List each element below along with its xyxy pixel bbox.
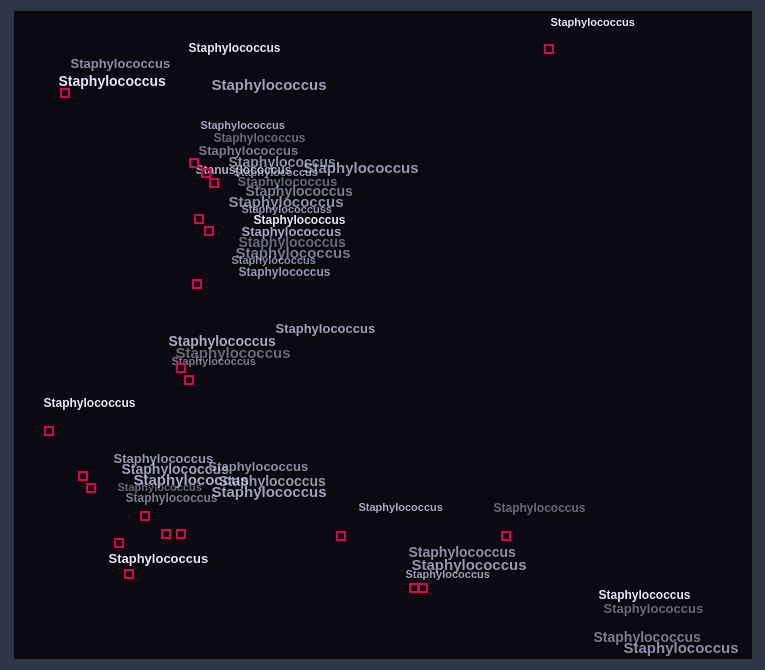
cluster-label: Staphylococcus bbox=[304, 159, 419, 176]
detection-marker bbox=[140, 511, 150, 521]
cluster-label: Staphylococcus bbox=[109, 551, 209, 566]
detection-marker bbox=[189, 158, 199, 168]
cluster-label: Staphylococcus bbox=[624, 639, 739, 656]
detection-marker bbox=[124, 569, 134, 579]
cluster-label: Staphylococcus bbox=[232, 254, 316, 266]
cluster-label: Staphylococcus bbox=[71, 56, 171, 71]
detection-marker bbox=[544, 44, 554, 54]
detection-marker bbox=[114, 538, 124, 548]
cluster-label: Staphylococcus bbox=[594, 629, 701, 645]
cluster-label: Staphylococcus bbox=[229, 193, 344, 210]
detection-marker bbox=[176, 529, 186, 539]
cluster-label: Staphylococcus bbox=[412, 556, 527, 573]
cluster-label: Staphylococcus bbox=[276, 321, 376, 336]
cluster-label: Staphylococcus bbox=[239, 265, 331, 279]
cluster-label: Staphylococcus bbox=[189, 41, 281, 55]
cluster-label: Staphylococcus bbox=[238, 174, 338, 189]
cluster-label: Staphylococcus bbox=[359, 501, 443, 513]
detection-marker bbox=[501, 531, 511, 541]
cluster-label: Staphylococcus bbox=[176, 344, 291, 361]
cluster-label: Staphylococcus bbox=[229, 154, 336, 170]
cluster-label: Staphylococcus bbox=[134, 471, 249, 488]
cluster-label: Staphylococcus bbox=[214, 131, 306, 145]
cluster-label: Staphylococcus bbox=[201, 119, 285, 131]
cluster-label: Staphylococcus bbox=[254, 213, 346, 227]
cluster-label: Staphylococcus bbox=[409, 544, 516, 560]
cluster-label: Staphylococcus bbox=[236, 244, 351, 261]
detection-marker bbox=[336, 531, 346, 541]
cluster-label: Staphylococcus bbox=[209, 459, 309, 474]
detection-marker bbox=[201, 168, 211, 178]
cluster-label: Staphylococcus bbox=[219, 473, 326, 489]
detection-marker bbox=[86, 483, 96, 493]
detection-marker bbox=[409, 583, 419, 593]
cluster-label: Stanus(lococcus bbox=[196, 163, 292, 177]
cluster-label: Staphylococcus bbox=[114, 451, 214, 466]
cluster-label: Staphylococcus bbox=[551, 16, 635, 28]
cluster-label: Staphylococcus bbox=[212, 76, 327, 93]
detection-marker bbox=[204, 226, 214, 236]
detection-marker bbox=[192, 279, 202, 289]
cluster-label: Staphylococcus bbox=[169, 333, 276, 349]
detection-marker bbox=[161, 529, 171, 539]
visualization-canvas: StaphylococcusStaphylococcusStaphylococc… bbox=[13, 10, 753, 660]
detection-marker bbox=[176, 363, 186, 373]
cluster-label: Staphylococcus bbox=[246, 183, 353, 199]
cluster-label: Staphylococcus bbox=[604, 601, 704, 616]
cluster-label: Staphylococcus bbox=[59, 73, 166, 89]
cluster-label: Staphylococcus bbox=[242, 224, 342, 239]
cluster-label: Staphylococcus bbox=[126, 491, 218, 505]
cluster-label: Staphylococcus bbox=[406, 568, 490, 580]
detection-marker bbox=[209, 178, 219, 188]
detection-marker bbox=[194, 214, 204, 224]
detection-marker bbox=[184, 375, 194, 385]
cluster-label: Staphylococcus bbox=[599, 588, 691, 602]
cluster-label: Staphylococcus bbox=[172, 355, 256, 367]
detection-marker bbox=[78, 471, 88, 481]
cluster-label: Staphylococcus bbox=[122, 461, 229, 477]
cluster-label: Staphylococcus bbox=[199, 143, 299, 158]
cluster-label: Staphylococcus bbox=[118, 481, 202, 493]
cluster-label: Staphylococcus bbox=[234, 166, 318, 178]
detection-marker bbox=[60, 88, 70, 98]
cluster-label: Staphylococcuss bbox=[242, 203, 332, 215]
cluster-label: Staphylococcus bbox=[239, 234, 346, 250]
cluster-label: Staphylococcus bbox=[494, 501, 586, 515]
cluster-label: Staphylococcus bbox=[212, 483, 327, 500]
detection-marker bbox=[44, 426, 54, 436]
detection-marker bbox=[418, 583, 428, 593]
cluster-label: Staphylococcus bbox=[44, 396, 136, 410]
